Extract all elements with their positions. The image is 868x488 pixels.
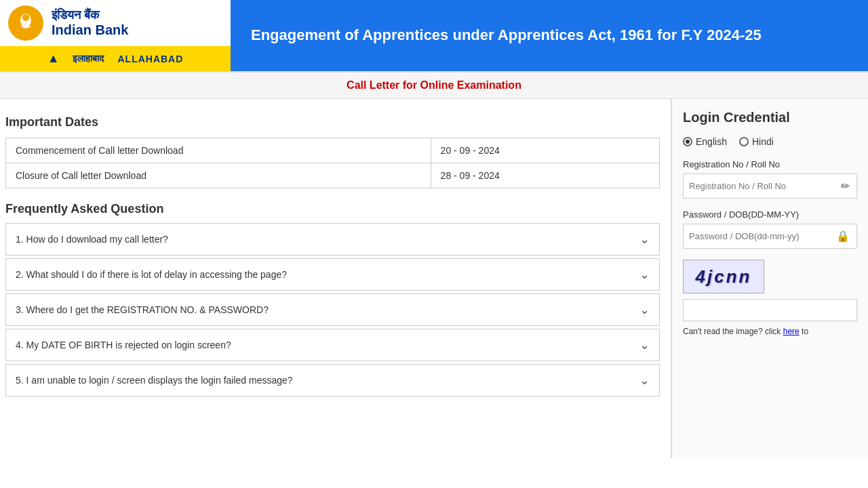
header-left: इंडियन बैंक Indian Bank ▲ इलाहाबाद ALLAH… [0, 0, 231, 71]
faq-item[interactable]: 1. How do I download my call letter?⌄ [5, 223, 660, 256]
hindi-radio[interactable] [739, 137, 749, 146]
cant-read-text: Can't read the image? click here to [683, 327, 857, 336]
captcha-input[interactable] [683, 299, 857, 321]
hindi-label: Hindi [752, 136, 774, 147]
reg-label: Registration No / Roll No [683, 159, 857, 169]
bank-name-hindi: इंडियन बैंक [52, 8, 128, 22]
page-main-title: Engagement of Apprentices under Apprenti… [251, 25, 762, 46]
faq-question-text: 1. How do I download my call letter? [16, 234, 168, 245]
allahabad-hindi: इलाहाबाद [73, 53, 104, 64]
english-option[interactable]: English [683, 136, 727, 147]
faq-item[interactable]: 4. My DATE OF BIRTH is rejected on login… [5, 329, 660, 361]
hindi-option[interactable]: Hindi [739, 136, 774, 147]
bank-name-english: Indian Bank [52, 22, 128, 38]
date-value: 28 - 09 - 2024 [431, 163, 659, 188]
login-panel: Login Credential English Hindi Registrat… [671, 99, 868, 458]
sub-header-bar: Call Letter for Online Examination [0, 73, 868, 99]
lock-icon: 🔒 [829, 224, 856, 248]
important-dates-table: Commencement of Call letter Download20 -… [5, 138, 660, 188]
main-content: Important Dates Commencement of Call let… [0, 99, 868, 458]
registration-input[interactable] [684, 174, 834, 198]
faq-question-text: 4. My DATE OF BIRTH is rejected on login… [16, 340, 231, 350]
allahabad-english: ALLAHABAD [117, 54, 183, 64]
svg-point-2 [22, 14, 29, 21]
date-value: 20 - 09 - 2024 [431, 138, 659, 163]
chevron-down-icon: ⌄ [639, 232, 650, 247]
english-label: English [696, 136, 727, 147]
english-radio[interactable] [683, 137, 692, 146]
faq-item[interactable]: 3. Where do I get the REGISTRATION NO. &… [5, 293, 660, 326]
language-options: English Hindi [683, 136, 857, 147]
chevron-down-icon: ⌄ [639, 302, 650, 317]
login-title: Login Credential [683, 110, 857, 125]
faq-question-text: 3. Where do I get the REGISTRATION NO. &… [16, 304, 269, 315]
header-title-area: Engagement of Apprentices under Apprenti… [231, 0, 868, 71]
chevron-down-icon: ⌄ [639, 267, 650, 282]
edit-icon: ✏ [834, 174, 856, 198]
faq-question-text: 2. What should I do if there is lot of d… [16, 269, 287, 280]
reg-input-row: ✏ [683, 174, 857, 199]
faq-list: 1. How do I download my call letter?⌄2. … [5, 223, 660, 396]
call-letter-label: Call Letter for Online Examination [347, 79, 521, 91]
left-panel: Important Dates Commencement of Call let… [0, 99, 671, 458]
captcha-text: 4jcnn [696, 266, 752, 287]
chevron-down-icon: ⌄ [639, 373, 650, 388]
cant-read-suffix: to [800, 327, 808, 336]
faq-title: Frequently Asked Question [5, 202, 660, 216]
faq-item[interactable]: 2. What should I do if there is lot of d… [5, 258, 660, 291]
allahabad-banner: ▲ इलाहाबाद ALLAHABAD [0, 46, 231, 71]
faq-item[interactable]: 5. I am unable to login / screen display… [5, 364, 660, 396]
password-input[interactable] [684, 224, 829, 248]
chevron-down-icon: ⌄ [639, 338, 650, 352]
page-header: इंडियन बैंक Indian Bank ▲ इलाहाबाद ALLAH… [0, 0, 868, 73]
cant-read-prefix: Can't read the image? click [683, 327, 783, 336]
captcha-image: 4jcnn [683, 260, 764, 293]
password-input-row: 🔒 [683, 224, 857, 249]
allahabad-triangle-icon: ▲ [47, 52, 60, 66]
bank-logo-area: इंडियन बैंक Indian Bank [0, 0, 231, 46]
important-dates-title: Important Dates [5, 115, 660, 129]
password-label: Password / DOB(DD-MM-YY) [683, 209, 857, 220]
bank-name-area: इंडियन बैंक Indian Bank [52, 8, 128, 38]
date-label: Commencement of Call letter Download [6, 138, 431, 163]
cant-read-link[interactable]: here [783, 327, 800, 336]
date-label: Closure of Call letter Download [6, 163, 431, 188]
faq-question-text: 5. I am unable to login / screen display… [16, 375, 293, 386]
bank-logo-icon [8, 5, 43, 41]
